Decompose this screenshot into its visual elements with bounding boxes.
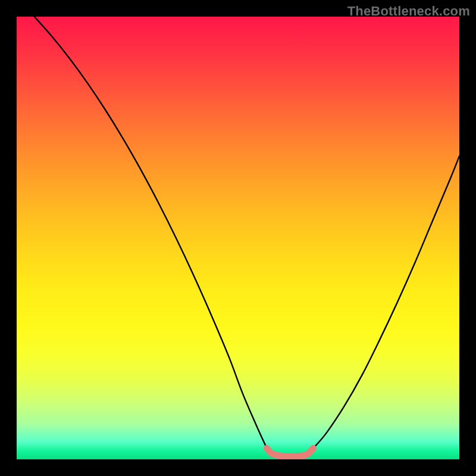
left-curve-line: [35, 17, 267, 448]
right-curve-line: [313, 156, 459, 448]
chart-frame: TheBottleneck.com: [0, 0, 476, 476]
valley-highlight-line: [267, 448, 313, 456]
plot-area: [17, 17, 459, 459]
watermark-text: TheBottleneck.com: [347, 4, 470, 19]
chart-svg: [17, 17, 459, 459]
